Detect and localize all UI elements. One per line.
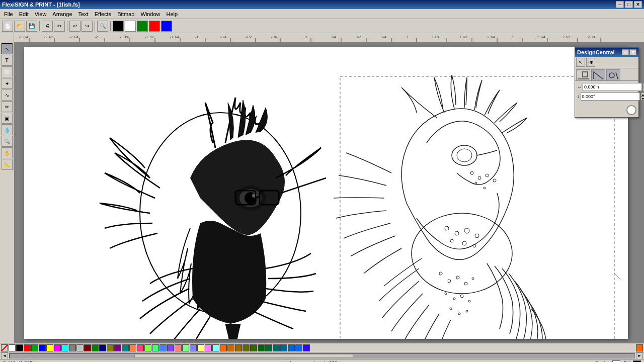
color-white[interactable] xyxy=(9,344,16,351)
eyedropper-tool[interactable]: 💧 xyxy=(2,124,13,135)
color-steel-blue[interactable] xyxy=(280,344,287,351)
dc-height-input[interactable]: 0.000° xyxy=(581,93,640,101)
toolbar: 📄 📂 💾 🖨 ✂ ↩ ↪ 🔍 xyxy=(0,19,644,33)
cut-button[interactable]: ✂ xyxy=(54,21,65,32)
color-pink[interactable] xyxy=(137,344,144,351)
color-blue[interactable] xyxy=(39,344,46,351)
color-forest[interactable] xyxy=(250,344,257,351)
dc-minimize-button[interactable]: ─ xyxy=(622,49,629,55)
color-maroon[interactable] xyxy=(84,344,91,351)
curve-tool[interactable]: ∿ xyxy=(2,89,13,101)
dc-select-tool[interactable]: ↖ xyxy=(576,58,585,67)
color4-button[interactable] xyxy=(149,21,160,32)
minimize-button[interactable]: ─ xyxy=(616,1,624,8)
dc-tab-tools[interactable] xyxy=(606,69,620,80)
color-teal[interactable] xyxy=(122,344,129,351)
color-black[interactable] xyxy=(16,344,23,351)
redo-button[interactable]: ↪ xyxy=(82,21,93,32)
color-navy[interactable] xyxy=(99,344,106,351)
color-red[interactable] xyxy=(24,344,31,351)
color-light-magenta[interactable] xyxy=(205,344,212,351)
undo-button[interactable]: ↩ xyxy=(69,21,80,32)
zoom-button[interactable]: 🔍 xyxy=(97,21,108,32)
menu-view[interactable]: View xyxy=(32,10,50,18)
dc-tab-corner[interactable] xyxy=(591,69,605,80)
menu-effects[interactable]: Effects xyxy=(92,10,114,18)
menu-window[interactable]: Window xyxy=(137,10,163,18)
close-button[interactable]: ✕ xyxy=(634,1,642,8)
color-green[interactable] xyxy=(31,344,38,351)
color-violet[interactable] xyxy=(167,344,174,351)
color-gray[interactable] xyxy=(69,344,76,351)
dc-close-button[interactable]: ✕ xyxy=(629,49,636,55)
dc-title-bar[interactable]: DesignCentral ─ ✕ xyxy=(575,48,638,57)
color-indigo[interactable] xyxy=(303,344,310,351)
color-cyan[interactable] xyxy=(61,344,68,351)
color-purple[interactable] xyxy=(114,344,121,351)
menu-edit[interactable]: Edit xyxy=(16,10,32,18)
measure-tool[interactable]: 📐 xyxy=(2,159,13,170)
zoom-tool[interactable]: 🔍 xyxy=(2,136,13,147)
color-periwinkle[interactable] xyxy=(190,344,197,351)
color-bright-blue[interactable] xyxy=(295,344,302,351)
scroll-left-button[interactable]: ◄ xyxy=(1,352,8,359)
color-light-yellow[interactable] xyxy=(197,344,204,351)
color-silver[interactable] xyxy=(76,344,84,351)
select-tool[interactable]: ↖ xyxy=(2,43,13,54)
open-button[interactable]: 📂 xyxy=(14,21,25,32)
menu-arrange[interactable]: Arrange xyxy=(49,10,75,18)
color-emerald[interactable] xyxy=(265,344,272,351)
color-medium-blue[interactable] xyxy=(288,344,295,351)
dc-apply-button[interactable] xyxy=(626,105,636,115)
pen-tool[interactable]: ✏ xyxy=(2,101,13,112)
save-button[interactable]: 💾 xyxy=(26,21,37,32)
color5-button[interactable] xyxy=(161,21,172,32)
color-dark-olive[interactable] xyxy=(243,344,250,351)
canvas-container[interactable]: CrackintoPC.com DesignCentral ─ ✕ ↖ |✱ xyxy=(14,42,644,343)
fill-color-box[interactable] xyxy=(633,360,641,363)
color-yellow[interactable] xyxy=(46,344,53,351)
color2-button[interactable] xyxy=(125,21,136,32)
scroll-track[interactable] xyxy=(9,353,635,358)
fill-tool[interactable]: ▣ xyxy=(2,113,13,124)
menu-bitmap[interactable]: Bitmap xyxy=(114,10,137,18)
color-salmon[interactable] xyxy=(175,344,182,351)
color-dark-forest[interactable] xyxy=(258,344,265,351)
dc-width-input[interactable]: 0.000in xyxy=(583,83,642,91)
stroke-color-box[interactable] xyxy=(612,360,620,363)
dc-height-down[interactable]: ▼ xyxy=(641,97,645,101)
scroll-thumb[interactable] xyxy=(134,354,353,358)
color-magenta[interactable] xyxy=(54,344,61,351)
color-more-end[interactable] xyxy=(636,344,643,351)
dc-node-tool[interactable]: |✱ xyxy=(586,58,595,67)
text-tool[interactable]: T xyxy=(2,55,13,66)
color-dark-orange[interactable] xyxy=(220,344,227,351)
dc-height-up[interactable]: ▲ xyxy=(641,93,645,97)
color-cornflower[interactable] xyxy=(159,344,167,351)
scroll-right-button[interactable]: ► xyxy=(636,352,643,359)
new-button[interactable]: 📄 xyxy=(2,21,13,32)
restore-button[interactable]: □ xyxy=(625,1,633,8)
color1-button[interactable] xyxy=(113,21,124,32)
color-light-cyan[interactable] xyxy=(212,344,219,351)
color-lime[interactable] xyxy=(144,344,151,351)
no-color-swatch[interactable] xyxy=(1,344,8,351)
color3-button[interactable] xyxy=(137,21,148,32)
color-dark-teal[interactable] xyxy=(273,344,280,351)
color-light-green[interactable] xyxy=(182,344,189,351)
hand-tool[interactable]: ✋ xyxy=(2,147,13,158)
star-tool[interactable]: ✦ xyxy=(2,78,13,89)
color-dark-green[interactable] xyxy=(92,344,99,351)
shape-tool[interactable]: ⬜ xyxy=(2,66,13,77)
print-button[interactable]: 🖨 xyxy=(42,21,53,32)
menu-text[interactable]: Text xyxy=(75,10,92,18)
menu-file[interactable]: File xyxy=(1,10,16,18)
color-mint[interactable] xyxy=(152,344,159,351)
menu-help[interactable]: Help xyxy=(164,10,181,18)
color-brown-orange[interactable] xyxy=(227,344,234,351)
color-orange[interactable] xyxy=(129,344,136,351)
color-olive[interactable] xyxy=(107,344,114,351)
color-brown[interactable] xyxy=(235,344,242,351)
dc-tab-position[interactable] xyxy=(576,69,590,80)
svg-point-85 xyxy=(460,295,463,298)
